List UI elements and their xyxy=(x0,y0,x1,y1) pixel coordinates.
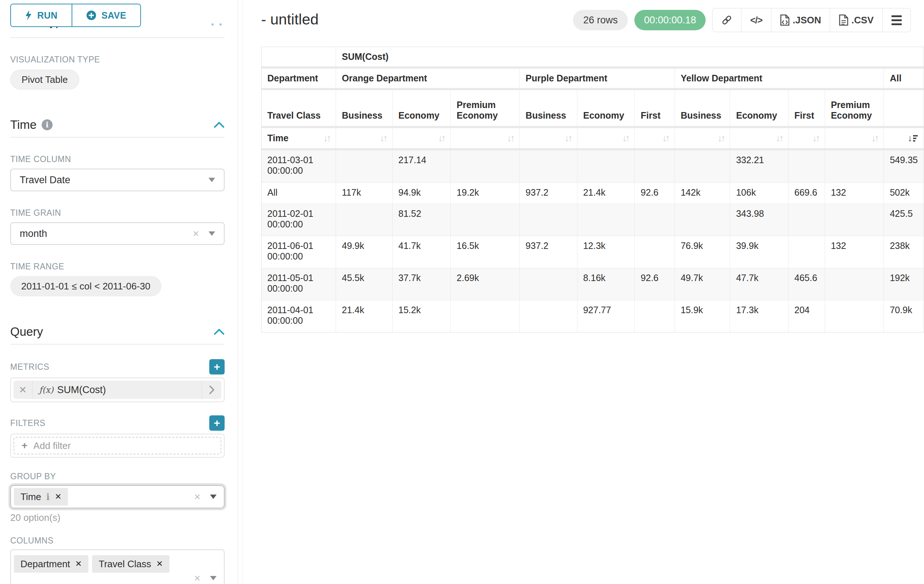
pill-label: Time xyxy=(20,491,41,503)
time-column-select[interactable]: Travel Date xyxy=(10,169,224,191)
row-header: 2011-05-01 00:00:00 xyxy=(261,268,336,300)
sort-header[interactable]: ↓↑ xyxy=(520,128,578,150)
sort-icon[interactable]: ↓↑ xyxy=(323,133,330,144)
columns-label: COLUMNS xyxy=(10,536,224,546)
export-toolbar: </> .JSON xyxy=(712,8,911,32)
add-metric-button[interactable]: + xyxy=(209,359,224,375)
run-button[interactable]: RUN xyxy=(11,4,72,26)
add-filter-button[interactable]: + xyxy=(209,415,224,431)
clear-icon[interactable]: × xyxy=(193,227,199,240)
sort-header[interactable]: ↓↑ xyxy=(825,128,884,150)
sort-icon[interactable]: ↓↑ xyxy=(507,133,513,144)
sort-header[interactable]: ↓↑ xyxy=(393,128,451,150)
row-header: 2011-02-01 00:00:00 xyxy=(261,204,336,236)
time-grain-select[interactable]: month × xyxy=(10,222,224,245)
time-section-header[interactable]: Time i xyxy=(10,118,224,132)
chevron-down-icon xyxy=(210,576,216,580)
column-header: Business xyxy=(675,90,731,128)
chart-title[interactable]: - untitled xyxy=(261,8,318,28)
pivot-cell xyxy=(825,268,884,300)
sort-icon[interactable]: ↓↑ xyxy=(438,133,444,144)
clear-icon[interactable]: × xyxy=(194,490,201,503)
add-filter-dropzone[interactable]: + Add filter xyxy=(13,437,221,454)
remove-metric-icon[interactable]: ✕ xyxy=(13,381,33,399)
sort-header[interactable]: ↓↑ xyxy=(578,128,635,150)
pivot-cell xyxy=(520,268,578,300)
row-count-badge: 26 rows xyxy=(573,10,628,30)
pivot-cell: 2.69k xyxy=(450,268,520,300)
sort-header[interactable]: ↓↑ xyxy=(789,128,825,150)
column-group-header: Purple Department xyxy=(520,69,675,90)
table-row: 2011-04-01 00:00:0021.4k15.2k927.7715.9k… xyxy=(261,300,924,332)
sort-icon[interactable]: ↓↑ xyxy=(776,133,782,144)
clear-icon[interactable]: × xyxy=(194,572,201,584)
remove-icon[interactable]: ✕ xyxy=(156,559,163,569)
chevron-up-icon[interactable] xyxy=(214,329,224,335)
sort-icon[interactable]: ↓↑ xyxy=(380,133,386,144)
pivot-cell: 16.5k xyxy=(450,236,520,268)
pivot-cell: 19.2k xyxy=(450,183,520,204)
time-section-title: Time xyxy=(10,118,36,132)
pivot-cell xyxy=(675,204,731,236)
menu-button[interactable] xyxy=(882,8,911,32)
pivot-cell xyxy=(789,204,825,236)
sort-icon[interactable]: ↓↑ xyxy=(622,133,629,144)
pivot-cell: 70.9k xyxy=(884,300,924,332)
visualization-type-pill[interactable]: Pivot Table xyxy=(10,70,79,89)
sort-icon[interactable]: ↓↑ xyxy=(662,133,669,144)
export-csv-button[interactable]: .CSV xyxy=(830,8,882,32)
info-icon: i xyxy=(46,492,50,502)
travel-class-axis-label: Travel Class xyxy=(261,90,336,128)
remove-icon[interactable]: ✕ xyxy=(55,492,61,502)
export-json-button[interactable]: .JSON xyxy=(771,8,830,32)
pivot-cell: 465.6 xyxy=(789,268,825,300)
run-label: RUN xyxy=(37,10,58,21)
pivot-cell: 117k xyxy=(336,183,393,204)
sort-header[interactable]: ↓↑ xyxy=(635,128,675,150)
sort-icon[interactable]: ↓↑ xyxy=(812,133,819,144)
pivot-cell: 927.77 xyxy=(578,300,635,332)
pivot-cell xyxy=(635,236,675,268)
pivot-cell xyxy=(520,150,578,183)
pivot-cell: 142k xyxy=(675,183,731,204)
columns-select[interactable]: Department✕Travel Class✕ × xyxy=(10,549,224,584)
group-by-select[interactable]: Timei✕ × xyxy=(10,485,224,508)
sort-desc-icon[interactable]: ↓ xyxy=(908,133,918,144)
copy-link-button[interactable] xyxy=(713,8,741,32)
pivot-cell xyxy=(520,204,578,236)
table-row: 2011-03-01 00:00:00217.14332.21549.35 xyxy=(261,150,924,183)
pivot-cell: 47.7k xyxy=(730,268,789,300)
column-header: First xyxy=(789,90,825,128)
sort-header[interactable]: ↓↑ xyxy=(336,128,393,150)
sort-icon[interactable]: ↓↑ xyxy=(717,133,724,144)
sort-icon[interactable]: ↓↑ xyxy=(871,133,878,144)
pivot-cell: 94.9k xyxy=(393,183,451,204)
chevron-up-icon[interactable] xyxy=(214,122,224,128)
metric-pill[interactable]: ✕ ƒ(x) SUM(Cost) xyxy=(13,381,221,399)
sort-header[interactable]: ↓↑ xyxy=(730,128,789,150)
save-button[interactable]: SAVE xyxy=(72,4,140,26)
pivot-cell: 39.9k xyxy=(730,236,789,268)
sort-header[interactable]: ↓↑ xyxy=(450,128,520,150)
pill-label: Department xyxy=(20,558,70,570)
pivot-table-container: SUM(Cost)DepartmentOrange DepartmentPurp… xyxy=(261,47,924,332)
pivot-cell: 669.6 xyxy=(789,183,825,204)
embed-code-button[interactable]: </> xyxy=(741,8,771,32)
add-filter-label: Add filter xyxy=(33,440,71,451)
divider xyxy=(10,37,224,38)
chevron-right-icon[interactable] xyxy=(201,381,221,399)
remove-icon[interactable]: ✕ xyxy=(75,559,82,569)
time-grain-value: month xyxy=(20,228,47,239)
json-file-icon xyxy=(780,14,790,26)
query-section-header[interactable]: Query xyxy=(10,325,224,339)
sort-header[interactable]: ↓ xyxy=(884,128,924,150)
time-range-pill[interactable]: 2011-01-01 ≤ col < 2011-06-30 xyxy=(10,276,162,296)
pivot-cell xyxy=(336,150,393,183)
pivot-cell: 12.3k xyxy=(578,236,635,268)
column-header: Business xyxy=(520,90,578,128)
sort-header[interactable]: ↓↑ xyxy=(675,128,731,150)
time-axis-label[interactable]: Time↓↑ xyxy=(261,128,336,150)
sort-icon[interactable]: ↓↑ xyxy=(564,133,571,144)
column-group-header: Orange Department xyxy=(336,69,520,90)
row-header: 2011-06-01 00:00:00 xyxy=(261,236,336,268)
